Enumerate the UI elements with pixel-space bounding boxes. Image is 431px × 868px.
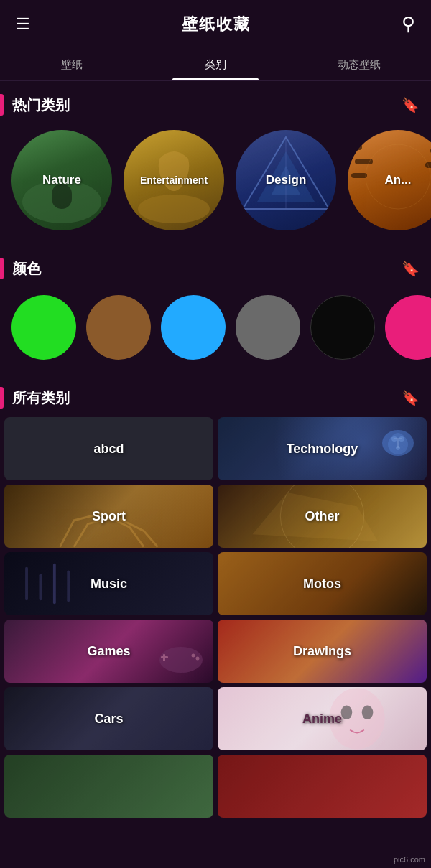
menu-icon[interactable]: ☰: [16, 15, 30, 34]
hot-section-header: 热门类别 🔖: [0, 81, 431, 124]
svg-rect-26: [53, 564, 56, 604]
category-animal[interactable]: An...: [348, 130, 431, 230]
music-label: Music: [91, 577, 127, 592]
category-other[interactable]: Other: [218, 485, 427, 548]
svg-rect-13: [351, 173, 367, 178]
section-bar: [0, 94, 4, 116]
svg-rect-27: [67, 571, 70, 602]
svg-point-17: [382, 430, 414, 456]
svg-point-19: [399, 436, 404, 442]
abcd-label: abcd: [93, 442, 124, 457]
svg-rect-2: [52, 184, 72, 209]
color-black[interactable]: [310, 295, 375, 360]
color-gray[interactable]: [236, 295, 300, 360]
color-pink[interactable]: [385, 295, 431, 360]
svg-point-34: [341, 706, 353, 719]
bottom-left-overlay: [4, 755, 213, 818]
category-design[interactable]: Design: [236, 130, 336, 230]
color-section-title: 颜色: [12, 259, 41, 279]
tab-wallpaper[interactable]: 壁纸: [0, 48, 144, 80]
category-nature[interactable]: Nature: [11, 130, 112, 230]
design-label: Design: [266, 173, 307, 187]
drawings-label: Drawings: [293, 644, 351, 659]
sport-label: Sport: [92, 509, 126, 524]
category-bottom-right[interactable]: [218, 755, 427, 818]
bottom-right-overlay: [218, 755, 427, 818]
color-brown[interactable]: [86, 295, 151, 360]
category-games[interactable]: Games: [4, 620, 213, 683]
svg-rect-24: [25, 567, 28, 601]
other-label: Other: [305, 509, 339, 524]
anime-label: Anime: [302, 711, 342, 727]
svg-rect-30: [161, 656, 168, 658]
color-section-bar: [0, 258, 4, 279]
svg-rect-25: [40, 574, 42, 600]
tab-category[interactable]: 类别: [144, 48, 287, 80]
animal-bg: An...: [348, 130, 431, 230]
categories-grid: abcd Technology Sport Other: [0, 417, 431, 818]
motos-label: Motos: [303, 577, 341, 592]
category-motos[interactable]: Motos: [218, 552, 427, 615]
category-drawings[interactable]: Drawings: [218, 620, 427, 683]
watermark: pic6.com: [394, 855, 425, 864]
app-title: 壁纸收藏: [182, 14, 251, 35]
category-sport[interactable]: Sport: [4, 485, 213, 548]
category-cars[interactable]: Cars: [4, 687, 213, 750]
color-green[interactable]: [11, 295, 76, 360]
all-title-wrap: 所有类别: [0, 387, 70, 409]
category-abcd[interactable]: abcd: [4, 417, 213, 480]
color-blue[interactable]: [161, 295, 226, 360]
svg-rect-11: [348, 144, 362, 150]
category-entertainment[interactable]: Entertainment: [124, 130, 224, 230]
colors-row: [0, 288, 431, 374]
nature-label: Nature: [42, 173, 81, 187]
category-bottom-left[interactable]: [4, 755, 213, 818]
svg-point-32: [196, 657, 200, 661]
svg-point-28: [159, 647, 203, 673]
search-icon[interactable]: ⚲: [402, 13, 415, 35]
all-bookmark-icon[interactable]: 🔖: [402, 389, 420, 406]
design-bg: Design: [236, 130, 336, 230]
games-label: Games: [87, 644, 130, 659]
all-section-bar: [0, 387, 4, 409]
category-technology[interactable]: Technology: [218, 417, 427, 480]
animal-label: An...: [385, 173, 412, 187]
hot-title-wrap: 热门类别: [0, 94, 70, 116]
all-section-title: 所有类别: [12, 388, 70, 408]
category-music[interactable]: Music: [4, 552, 213, 615]
tab-bar: 壁纸 类别 动态壁纸: [0, 48, 431, 81]
entertainment-label: Entertainment: [140, 174, 208, 186]
svg-point-4: [138, 195, 210, 223]
category-anime[interactable]: Anime: [218, 687, 427, 750]
svg-point-31: [192, 654, 195, 658]
hot-section-title: 热门类别: [12, 95, 70, 115]
cars-label: Cars: [94, 711, 123, 727]
color-title-wrap: 颜色: [0, 258, 41, 279]
brain-icon: [376, 423, 420, 462]
nature-bg: Nature: [11, 130, 112, 230]
hot-bookmark-icon[interactable]: 🔖: [402, 96, 420, 113]
app-header: ☰ 壁纸收藏 ⚲: [0, 0, 431, 48]
technology-label: Technology: [287, 442, 358, 457]
svg-point-35: [362, 706, 374, 719]
svg-point-18: [391, 436, 397, 442]
hot-categories-row: Nature Entertainment Design: [0, 124, 431, 245]
svg-point-20: [396, 446, 400, 450]
color-bookmark-icon[interactable]: 🔖: [402, 260, 420, 277]
entertainment-bg: Entertainment: [124, 130, 224, 230]
color-section-header: 颜色 🔖: [0, 245, 431, 288]
all-section-header: 所有类别 🔖: [0, 374, 431, 417]
tab-live-wallpaper[interactable]: 动态壁纸: [287, 48, 431, 80]
